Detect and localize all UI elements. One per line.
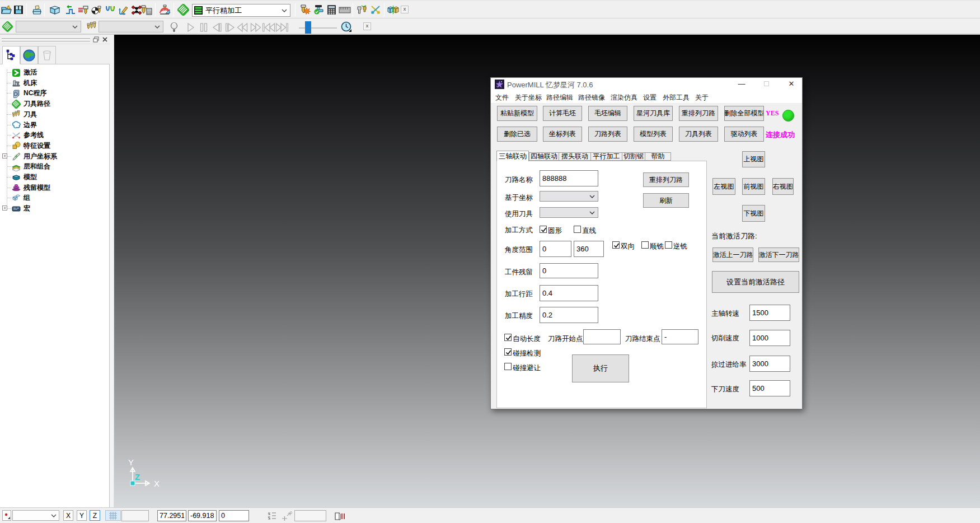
reorder-toolpaths-button[interactable]: 重排列刀路 <box>679 106 718 121</box>
tree-item-workplanes[interactable]: 用户坐标系 <box>12 151 57 162</box>
tab-swivel[interactable]: 摆头联动 <box>559 152 591 161</box>
light-bulb-icon[interactable] <box>168 21 180 32</box>
step-forward-icon[interactable] <box>224 22 236 33</box>
menu-settings[interactable]: 设置 <box>643 93 657 102</box>
print-icon[interactable] <box>31 4 43 16</box>
step-back-icon[interactable] <box>211 22 223 33</box>
axis-z-button[interactable]: Z <box>90 510 100 521</box>
leads-links-icon[interactable] <box>104 4 116 16</box>
pause-icon[interactable] <box>198 22 210 33</box>
dialog-close-button[interactable]: ✕ <box>783 78 800 90</box>
maximize-button[interactable] <box>758 78 775 90</box>
use-tool-combo[interactable] <box>540 207 598 218</box>
tool-list-button[interactable]: 刀具列表 <box>679 127 718 142</box>
tree-item-machine[interactable]: 机床 <box>12 78 37 88</box>
panel-grip[interactable] <box>0 35 110 44</box>
go-start-icon[interactable] <box>261 22 276 33</box>
menu-coords[interactable]: 关于坐标 <box>515 93 542 102</box>
menu-file[interactable]: 文件 <box>495 93 509 102</box>
menu-path-mirror[interactable]: 路径镜像 <box>578 93 605 102</box>
grid-toggle-button[interactable] <box>105 510 121 521</box>
sim-toolpath-combo[interactable] <box>16 21 81 32</box>
active-toolpath-combo[interactable]: 平行精加工 <box>192 4 290 17</box>
coord-z-field[interactable] <box>219 510 249 521</box>
menu-external-tools[interactable]: 外部工具 <box>663 93 690 102</box>
tab-3axis[interactable]: 三轴联动 <box>496 151 529 161</box>
tree-item-pattern[interactable]: 参考线 <box>12 130 44 141</box>
tolerance-input[interactable] <box>540 307 598 323</box>
tool-library-button[interactable]: 星河刀具库 <box>634 106 673 121</box>
clock-icon[interactable] <box>340 21 352 32</box>
statusbar-combo[interactable] <box>12 510 59 521</box>
tree-item-nc-program[interactable]: NC程序 <box>12 88 46 99</box>
circle-checkbox[interactable] <box>540 226 547 233</box>
toolpath-list-button[interactable]: 刀路列表 <box>588 127 627 142</box>
toolbar-close-button[interactable]: x <box>363 22 371 30</box>
tab-4axis[interactable]: 四轴联动 <box>529 152 559 161</box>
tree-item-feature-set[interactable]: 特征设置 <box>12 141 50 151</box>
compare-boxes-icon[interactable] <box>387 4 399 16</box>
save-icon[interactable] <box>12 4 24 16</box>
dialog-titlebar[interactable]: PowerMILL 忆梦星河 7.0.6 — ✕ <box>491 78 802 91</box>
toolpath-name-input[interactable] <box>540 170 598 186</box>
axis-x-button[interactable]: X <box>63 510 73 521</box>
tree-item-toolpaths[interactable]: 刀具路径 <box>12 99 50 109</box>
collision-check-icon[interactable] <box>159 4 171 16</box>
menu-about[interactable]: 关于 <box>695 93 709 102</box>
ruler-icon[interactable] <box>338 4 351 16</box>
block-edit-button[interactable]: 毛坯编辑 <box>588 106 627 121</box>
stepover-input[interactable] <box>540 285 598 301</box>
tree-item-macros[interactable]: 宏 <box>12 203 30 214</box>
delete-all-models-button[interactable]: 删除全部模型 <box>724 106 764 121</box>
workplane-edit-icon[interactable] <box>117 4 129 16</box>
tool-feeds-icon[interactable] <box>91 4 102 16</box>
coord-y-field[interactable] <box>188 510 217 521</box>
holder-profile-icon[interactable] <box>356 4 368 16</box>
machine-check-icon[interactable] <box>312 4 324 16</box>
pages-icon[interactable] <box>334 511 347 521</box>
start-point-input[interactable] <box>583 329 621 344</box>
tab-saw[interactable]: 切割锯 <box>622 152 645 161</box>
rapid-heights-icon[interactable] <box>64 4 76 16</box>
toolbar-close-button[interactable]: x <box>401 6 409 13</box>
view-left-button[interactable]: 左视图 <box>712 178 735 195</box>
tree-item-tools[interactable]: 刀具 <box>12 109 37 120</box>
collision-avoid-checkbox[interactable] <box>504 363 512 370</box>
menu-path-edit[interactable]: 路径编辑 <box>546 93 573 102</box>
execute-button[interactable]: 执行 <box>572 354 629 382</box>
tree-item-boundary[interactable]: 边界 <box>12 120 37 130</box>
toolpath-calc-icon[interactable] <box>140 4 152 16</box>
go-end-icon[interactable] <box>275 22 289 33</box>
skim-feed-input[interactable] <box>749 356 790 372</box>
tree-item-groups[interactable]: 组 <box>12 193 30 203</box>
tree-item-models[interactable]: 模型 <box>12 172 37 183</box>
tree-item-activate[interactable]: 激活 <box>12 67 37 78</box>
reorder-button[interactable]: 重排列刀路 <box>643 172 689 187</box>
activate-next-button[interactable]: 激活下一刀路 <box>758 248 799 262</box>
view-right-button[interactable]: 右视图 <box>772 178 794 195</box>
measure-field[interactable] <box>294 510 326 521</box>
activate-prev-button[interactable]: 激活上一刀路 <box>712 248 753 262</box>
collision-check-checkbox[interactable] <box>504 348 512 356</box>
cutting-speed-input[interactable] <box>749 330 790 346</box>
angle-to-input[interactable] <box>574 241 604 257</box>
play-icon[interactable] <box>185 22 197 33</box>
tool-alarm-icon[interactable] <box>299 4 311 16</box>
float-panel-icon[interactable] <box>93 36 99 43</box>
toolpath-icon[interactable] <box>2 21 13 32</box>
measure-icon[interactable] <box>280 511 292 521</box>
block-icon[interactable] <box>49 4 60 16</box>
stock-input[interactable] <box>540 263 598 278</box>
spindle-speed-input[interactable] <box>749 305 790 321</box>
close-panel-icon[interactable] <box>102 36 108 43</box>
angle-from-input[interactable] <box>540 241 571 257</box>
view-front-button[interactable]: 前视图 <box>742 178 765 195</box>
view-top-button[interactable]: 上视图 <box>742 151 765 167</box>
tab-explorer-tree[interactable] <box>2 46 20 64</box>
drive-list-button[interactable]: 驱动列表 <box>724 127 764 142</box>
coord-base-combo[interactable] <box>540 191 598 202</box>
auto-length-checkbox[interactable] <box>504 334 512 341</box>
plunge-feed-input[interactable] <box>749 380 790 396</box>
rewind-icon[interactable] <box>236 22 248 33</box>
coord-x-field[interactable] <box>157 510 186 521</box>
